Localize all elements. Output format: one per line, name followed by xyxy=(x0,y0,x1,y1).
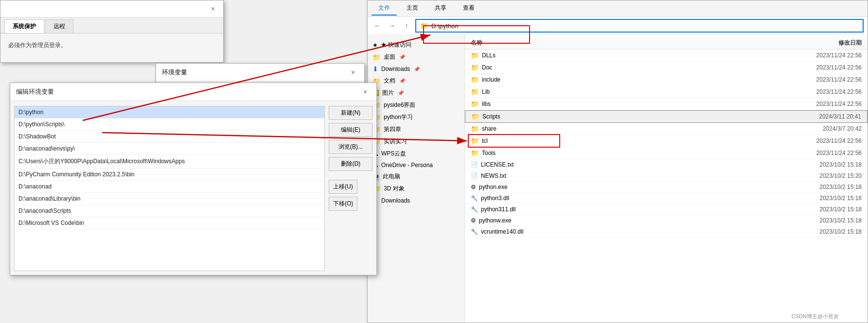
file-date: 2023/10/2 15:18 xyxy=(774,206,862,213)
file-row[interactable]: 📄LICENSE.txt 2023/10/2 15:18 xyxy=(465,159,868,170)
env-list-item[interactable]: D:\anaconad\Scripts xyxy=(15,205,324,217)
sidebar-item-downloads2[interactable]: ⬇ Downloads xyxy=(368,195,464,206)
file-name: ⚙python.exe xyxy=(471,184,774,190)
folder-icon: 📁 xyxy=(471,149,479,157)
move-down-button[interactable]: 下移(O) xyxy=(329,197,357,211)
edit-button[interactable]: 编辑(E) xyxy=(329,123,372,137)
quick-access-label: ★ 快速访问 xyxy=(381,41,411,49)
file-name: 📄LICENSE.txt xyxy=(471,161,774,168)
pin-icon: 📌 xyxy=(398,90,404,96)
tab-home[interactable]: 主页 xyxy=(400,1,425,16)
env-list-item[interactable]: D:\python\Scripts\ xyxy=(15,119,324,131)
sidebar-item-python-study[interactable]: 📁 python学习 xyxy=(368,111,464,123)
system-properties-dialog: × 系统保护 远程 必须作为管理员登录。 xyxy=(0,0,224,63)
edit-env-close[interactable]: × xyxy=(360,86,371,97)
edit-env-dialog: 编辑环境变量 × D:\python D:\python\Scripts\ D:… xyxy=(10,83,377,275)
up-button[interactable]: ↑ xyxy=(401,20,412,32)
file-row[interactable]: 📁tcl 2023/11/24 22:56 xyxy=(465,135,868,147)
file-date: 2024/3/7 20:42 xyxy=(774,125,862,132)
sidebar-label: 实训实习 xyxy=(384,137,407,146)
file-row[interactable]: 📁include 2023/11/24 22:56 xyxy=(465,74,868,86)
file-row[interactable]: 📁share 2024/3/7 20:42 xyxy=(465,123,868,135)
folder-icon: 📁 xyxy=(420,22,428,30)
folder-icon: 📁 xyxy=(471,113,479,120)
sidebar-item-3d-objects[interactable]: 📁 3D 对象 xyxy=(368,183,464,195)
folder-icon: 📁 xyxy=(471,51,479,59)
sidebar-label: 第四章 xyxy=(384,125,401,134)
tab-remote[interactable]: 远程 xyxy=(45,19,73,33)
file-row[interactable]: 📁Doc 2023/11/24 22:56 xyxy=(465,62,868,74)
sidebar-label: WPS云盘 xyxy=(381,150,406,158)
file-name: 📁Lib xyxy=(471,88,774,96)
tab-file[interactable]: 文件 xyxy=(372,1,397,16)
edit-env-list[interactable]: D:\python D:\python\Scripts\ D:\ShadowBo… xyxy=(14,106,325,271)
env-list-item[interactable]: D:\PyCharm Community Edition 2023.2.5\bi… xyxy=(15,169,324,181)
sidebar-item-chapter4[interactable]: 📁 第四章 xyxy=(368,123,464,136)
sidebar-item-desktop[interactable]: 📁 桌面 📌 xyxy=(368,51,464,63)
env-list-item[interactable]: D:\python xyxy=(15,106,324,119)
file-date: 2024/3/11 20:41 xyxy=(774,113,861,120)
file-row[interactable]: 📁DLLs 2023/11/24 22:56 xyxy=(465,50,868,62)
env-list-item[interactable]: D:\Microsoft VS Code\bin xyxy=(15,217,324,229)
file-row[interactable]: 📁Lib 2023/11/24 22:56 xyxy=(465,86,868,98)
folder-icon: 📁 xyxy=(471,137,479,145)
sys-props-tabs: 系统保护 远程 xyxy=(0,17,223,34)
sidebar-label: 文档 xyxy=(384,77,395,85)
sidebar-label: 此电脑 xyxy=(383,172,400,181)
file-row[interactable]: 📄NEWS.txt 2023/10/2 15:20 xyxy=(465,170,868,182)
dll-icon: 🔧 xyxy=(471,195,478,202)
sidebar-item-downloads[interactable]: ⬇ Downloads 📌 xyxy=(368,63,464,75)
env-list-item[interactable]: D:\anaconad\Library\bin xyxy=(15,193,324,205)
file-date: 2023/11/24 22:56 xyxy=(774,101,862,107)
env-list-item[interactable]: D:\anaconad\envs\py\ xyxy=(15,143,324,155)
file-row[interactable]: 🔧vcruntime140.dll 2023/10/2 15:18 xyxy=(465,226,868,238)
file-row[interactable]: 📁Tools 2023/11/24 22:56 xyxy=(465,147,868,159)
env-list-item[interactable]: D:\ShadowBot xyxy=(15,131,324,143)
sidebar-item-this-pc[interactable]: 💻 此电脑 xyxy=(368,170,464,183)
sidebar-item-documents[interactable]: 📁 文档 📌 xyxy=(368,75,464,87)
forward-button[interactable]: → xyxy=(386,20,398,32)
folder-icon: 📁 xyxy=(471,100,479,108)
file-name: 🔧python311.dll xyxy=(471,206,774,213)
sys-dialog-close[interactable]: × xyxy=(208,3,218,14)
sidebar-item-pictures[interactable]: 🖼 图片 📌 xyxy=(368,87,464,99)
env-vars-titlebar: 环境变量 × xyxy=(156,64,364,82)
env-list-item[interactable]: C:\Users\小庄的Y9000P\AppData\Local\Microso… xyxy=(15,155,324,169)
folder-icon: 📁 xyxy=(471,76,479,84)
tab-view[interactable]: 查看 xyxy=(456,1,481,16)
file-date: 2023/11/24 22:56 xyxy=(774,88,862,95)
col-date-header: 修改日期 xyxy=(774,39,862,47)
sys-props-note: 必须作为管理员登录。 xyxy=(8,41,215,50)
file-row[interactable]: ⚙python.exe 2023/10/2 15:18 xyxy=(465,182,868,193)
file-name: 📁Tools xyxy=(471,149,774,157)
sidebar-label: pyside6界面 xyxy=(384,101,415,109)
address-bar[interactable]: 📁 D:\python xyxy=(415,19,864,33)
sidebar-item-pyside6[interactable]: 📁 pyside6界面 xyxy=(368,99,464,111)
tab-share[interactable]: 共享 xyxy=(428,1,453,16)
tab-sys-protection[interactable]: 系统保护 xyxy=(4,19,44,33)
file-icon: 📄 xyxy=(471,161,478,168)
back-button[interactable]: ← xyxy=(372,20,383,32)
sidebar-item-practice[interactable]: 📁 实训实习 xyxy=(368,136,464,148)
move-up-button[interactable]: 上移(U) xyxy=(329,180,357,194)
file-date: 2023/10/2 15:18 xyxy=(774,161,862,168)
sidebar-item-wps[interactable]: ☁ WPS云盘 xyxy=(368,148,464,160)
file-row[interactable]: 📁libs 2023/11/24 22:56 xyxy=(465,98,868,110)
browse-button[interactable]: 浏览(B)... xyxy=(329,140,372,154)
file-date: 2023/11/24 22:56 xyxy=(774,52,862,59)
file-row[interactable]: ⚙pythonw.exe 2023/10/2 15:18 xyxy=(465,215,868,226)
file-row[interactable]: 🔧python3.dll 2023/10/2 15:18 xyxy=(465,193,868,204)
delete-button[interactable]: 删除(D) xyxy=(329,157,372,171)
sidebar-item-onedrive[interactable]: ☁ OneDrive - Persona xyxy=(368,160,464,170)
file-row[interactable]: 🔧python311.dll 2023/10/2 15:18 xyxy=(465,204,868,215)
col-name-header: 名称 xyxy=(471,39,774,47)
sidebar-label: Downloads xyxy=(381,197,410,204)
folder-icon: 📁 xyxy=(471,125,479,133)
file-name: 📁include xyxy=(471,76,774,84)
env-list-item[interactable]: D:\anaconad xyxy=(15,181,324,193)
folder-icon: 📁 xyxy=(372,53,381,61)
file-row-scripts[interactable]: 📁Scripts 2024/3/11 20:41 xyxy=(465,110,868,123)
new-button[interactable]: 新建(N) xyxy=(329,106,372,120)
file-name: 📁libs xyxy=(471,100,774,108)
env-vars-close[interactable]: × xyxy=(348,67,358,78)
